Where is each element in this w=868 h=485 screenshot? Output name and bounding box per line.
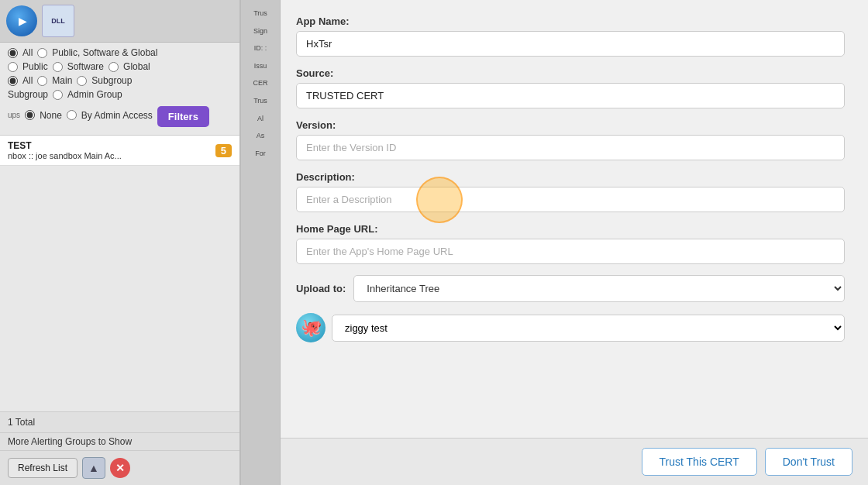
strip-trust2-text: Trus <box>250 94 270 108</box>
action-bar: Trust This CERT Don't Trust <box>281 438 868 485</box>
left-panel: DLL All Public, Software & Global Public… <box>0 0 240 485</box>
trust-cert-button[interactable]: Trust This CERT <box>642 448 757 476</box>
type-global-label: Global <box>123 61 150 72</box>
access-by-admin-label: By Admin Access <box>81 110 153 121</box>
dont-trust-button[interactable]: Don't Trust <box>765 448 852 476</box>
group-row: All Main Subgroup <box>8 75 232 86</box>
scope-public-software-global-label: Public, Software & Global <box>52 47 157 58</box>
version-input[interactable] <box>296 135 845 160</box>
version-row: Version: <box>296 119 845 160</box>
group-subgroup-radio[interactable] <box>77 76 87 86</box>
total-bar: 1 Total <box>0 411 239 433</box>
filter-section: All Public, Software & Global Public Sof… <box>0 43 239 136</box>
center-strip: Trus Sign ID: : Issu CER Trus Al As For <box>240 0 281 485</box>
strip-trust-text: Trus <box>250 6 270 21</box>
list-item-subtext: nbox :: joe sandbox Main Ac... <box>8 151 122 160</box>
access-none-label: None <box>40 110 62 121</box>
ups-label: ups <box>8 111 20 119</box>
arrow-up-button[interactable]: ▲ <box>82 457 105 479</box>
home-page-row: Home Page URL: <box>296 223 845 264</box>
tenant-avatar-icon: 🐙 <box>301 318 322 338</box>
group-subgroup-label: Subgroup <box>91 75 132 86</box>
list-item-badge: 5 <box>215 144 232 157</box>
admin-group-label: Admin Group <box>67 89 122 100</box>
group-all-label: All <box>22 75 33 86</box>
subgroup-admin-row: Subgroup Admin Group <box>8 89 232 100</box>
version-label: Version: <box>296 119 845 131</box>
group-main-radio[interactable] <box>37 76 47 86</box>
strip-sign-text: Sign <box>250 24 270 39</box>
app-name-row: App Name: <box>296 15 845 57</box>
form-area: App Name: Source: Version: Description: … <box>281 0 868 438</box>
tenant-row: 🐙 ziggy test <box>296 313 845 342</box>
app-name-label: App Name: <box>296 15 845 27</box>
list-section: TEST nbox :: joe sandbox Main Ac... 5 <box>0 136 239 411</box>
strip-for-text: For <box>252 146 269 161</box>
list-item-content: TEST nbox :: joe sandbox Main Ac... <box>8 140 122 160</box>
app-name-input[interactable] <box>296 31 845 57</box>
left-top-bar: DLL <box>0 0 239 43</box>
type-software-label: Software <box>67 61 104 72</box>
upload-to-label: Upload to: <box>296 283 346 294</box>
description-label: Description: <box>296 171 845 183</box>
more-groups-bar: More Alerting Groups to Show <box>0 433 239 451</box>
list-item-name: TEST <box>8 140 122 151</box>
group-main-label: Main <box>52 75 72 86</box>
scope-all-radio[interactable] <box>8 48 18 58</box>
scope-all-row: All Public, Software & Global <box>8 47 232 58</box>
total-label: 1 Total <box>8 417 35 428</box>
access-none-radio[interactable] <box>25 110 35 120</box>
type-row: Public Software Global <box>8 61 232 72</box>
refresh-list-button[interactable]: Refresh List <box>8 458 78 478</box>
access-row: ups None By Admin Access Filters <box>8 103 232 127</box>
type-public-label: Public <box>22 61 48 72</box>
home-page-input[interactable] <box>296 239 845 264</box>
dll-icon: DLL <box>42 5 74 37</box>
description-row: Description: <box>296 171 845 212</box>
strip-al-text: Al <box>254 112 267 126</box>
admin-group-radio[interactable] <box>53 90 63 100</box>
home-page-label: Home Page URL: <box>296 223 845 235</box>
filters-button[interactable]: Filters <box>157 106 209 127</box>
close-icon: ✕ <box>115 462 125 474</box>
type-software-radio[interactable] <box>53 62 63 72</box>
tenant-select[interactable]: ziggy test <box>332 315 845 342</box>
description-input[interactable] <box>296 187 845 212</box>
play-icon <box>6 5 37 36</box>
list-item[interactable]: TEST nbox :: joe sandbox Main Ac... 5 <box>0 136 239 166</box>
type-public-radio[interactable] <box>8 62 18 72</box>
tenant-avatar: 🐙 <box>296 313 326 342</box>
strip-cert-text: CER <box>250 76 270 91</box>
right-panel: App Name: Source: Version: Description: … <box>281 0 868 485</box>
strip-as-text: As <box>253 129 268 143</box>
scope-public-software-global-radio[interactable] <box>37 48 47 58</box>
source-row: Source: <box>296 67 845 108</box>
strip-id-text: ID: : <box>251 41 270 56</box>
group-all-radio[interactable] <box>8 76 18 86</box>
subgroup-label: Subgroup <box>8 89 48 100</box>
source-input[interactable] <box>296 83 845 108</box>
type-global-radio[interactable] <box>108 62 119 72</box>
more-groups-label: More Alerting Groups to Show <box>8 436 132 447</box>
scope-all-label: All <box>22 47 33 58</box>
close-button[interactable]: ✕ <box>110 458 130 478</box>
bottom-buttons: Refresh List ▲ ✕ <box>0 451 239 485</box>
upload-to-select[interactable]: Inheritance Tree Direct Upload <box>353 275 845 302</box>
access-by-admin-radio[interactable] <box>67 110 77 120</box>
upload-to-row: Upload to: Inheritance Tree Direct Uploa… <box>296 275 845 302</box>
strip-issue-text: Issu <box>251 59 270 74</box>
source-label: Source: <box>296 67 845 79</box>
arrow-up-icon: ▲ <box>88 462 99 474</box>
